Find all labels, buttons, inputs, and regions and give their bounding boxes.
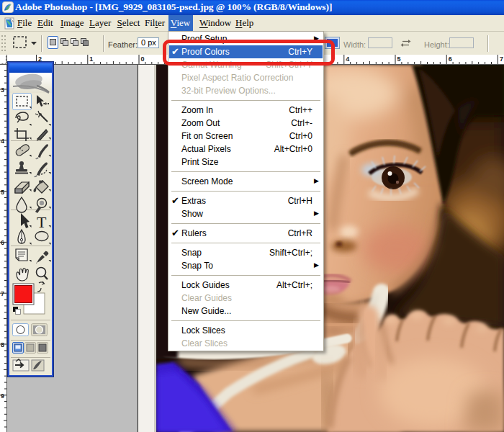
svg-text:8: 8 xyxy=(1,341,4,348)
svg-text:7: 7 xyxy=(500,55,503,63)
svg-text:1: 1 xyxy=(89,55,93,63)
svg-text:7: 7 xyxy=(1,290,4,297)
svg-text:9: 9 xyxy=(1,392,4,400)
svg-text:5: 5 xyxy=(1,189,4,196)
svg-text:6: 6 xyxy=(1,239,4,246)
svg-text:T: T xyxy=(37,213,47,231)
svg-text:5: 5 xyxy=(397,55,401,63)
svg-text:3: 3 xyxy=(1,86,4,94)
svg-text:0: 0 xyxy=(141,55,145,63)
svg-text:6: 6 xyxy=(449,55,452,63)
svg-text:4: 4 xyxy=(1,138,4,145)
svg-text:4: 4 xyxy=(346,55,349,63)
